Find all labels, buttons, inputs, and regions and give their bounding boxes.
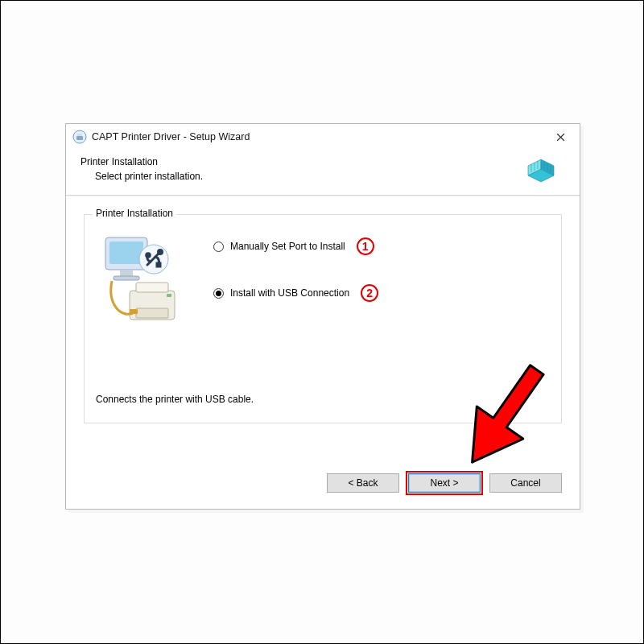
svg-rect-24	[136, 283, 168, 292]
next-button-label: Next >	[430, 477, 458, 489]
close-icon	[556, 133, 565, 142]
svg-rect-15	[109, 242, 143, 264]
usb-printer-illustration-icon	[97, 233, 194, 329]
svg-point-20	[159, 250, 163, 254]
window-title: CAPT Printer Driver - Setup Wizard	[92, 131, 250, 142]
svg-rect-27	[130, 309, 138, 314]
wizard-footer: < Back Next > Cancel	[66, 460, 580, 506]
cancel-button[interactable]: Cancel	[489, 473, 562, 493]
radio-icon	[213, 242, 224, 252]
close-button[interactable]	[543, 126, 578, 148]
header-logo-icon	[525, 151, 564, 190]
app-icon	[72, 130, 87, 144]
annotation-badge-1: 1	[357, 237, 374, 255]
annotation-badge-2: 2	[361, 284, 378, 302]
svg-point-21	[147, 254, 151, 258]
svg-rect-1	[76, 136, 83, 140]
option-description: Connects the printer with USB cable.	[96, 394, 254, 405]
printer-installation-group: Printer Installation	[84, 214, 562, 423]
titlebar: CAPT Printer Driver - Setup Wizard	[66, 124, 580, 150]
header-subtitle: Select printer installation.	[80, 171, 565, 182]
wizard-header: Printer Installation Select printer inst…	[66, 150, 580, 195]
svg-rect-22	[157, 263, 160, 266]
back-button-label: < Back	[348, 477, 378, 489]
svg-rect-16	[120, 270, 133, 276]
svg-rect-2	[77, 134, 82, 136]
header-title: Printer Installation	[80, 156, 565, 167]
radio-option-manual-port[interactable]: Manually Set Port to Install 1	[213, 237, 374, 255]
radio-option-usb-connection[interactable]: Install with USB Connection 2	[213, 284, 378, 302]
svg-rect-26	[167, 294, 171, 297]
back-button[interactable]: < Back	[327, 473, 399, 493]
wizard-body: Printer Installation	[66, 196, 580, 460]
svg-rect-25	[136, 308, 168, 318]
setup-wizard-dialog: CAPT Printer Driver - Setup Wizard Print…	[65, 123, 580, 510]
radio-label-manual: Manually Set Port to Install	[230, 241, 345, 252]
next-button[interactable]: Next >	[408, 473, 481, 493]
svg-rect-17	[114, 276, 139, 280]
annotation-next-highlight: Next >	[406, 471, 483, 495]
radio-label-usb: Install with USB Connection	[230, 287, 349, 299]
radio-icon	[213, 288, 224, 299]
cancel-button-label: Cancel	[510, 477, 540, 489]
